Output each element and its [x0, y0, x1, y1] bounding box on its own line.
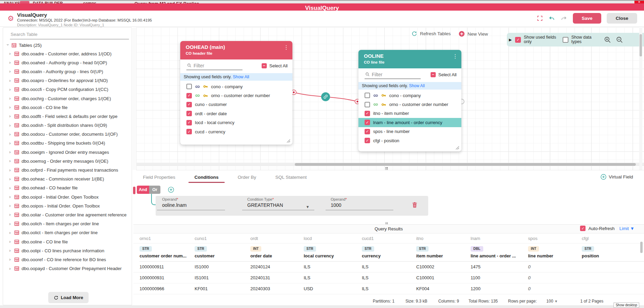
- tables-tree-root[interactable]: › Tables (25): [3, 39, 132, 49]
- chevron-right-icon[interactable]: ›: [9, 257, 12, 262]
- table-list-item[interactable]: ›dbo.ooadre - Customer order, address 1/…: [3, 49, 132, 58]
- checked-checkbox-icon[interactable]: ✓: [186, 102, 192, 107]
- table-list-item[interactable]: ›dbo.ooline - CO line file: [3, 237, 132, 246]
- select-all-control[interactable]: − Select All: [431, 72, 457, 77]
- save-button[interactable]: Save: [573, 13, 602, 24]
- show-all-link[interactable]: Show All: [409, 83, 425, 88]
- virtual-field-button[interactable]: Virtual Field: [601, 174, 633, 180]
- table-list-item[interactable]: ›dbo.oolipi - CO lines purchase informat…: [3, 246, 132, 255]
- zoom-in-icon[interactable]: [604, 36, 611, 43]
- column-name[interactable]: cuno1: [195, 233, 250, 243]
- chevron-right-icon[interactable]: ›: [9, 195, 12, 199]
- chevron-right-icon[interactable]: ›: [9, 150, 12, 155]
- chevron-right-icon[interactable]: ›: [9, 69, 12, 74]
- unchecked-checkbox-icon[interactable]: [186, 84, 192, 89]
- table-list-item[interactable]: ›dbo.ooccfi - Copy PCM configuration 1/(…: [3, 85, 132, 94]
- field-row[interactable]: ✓ordt - order date: [180, 109, 292, 118]
- column-name[interactable]: itno: [416, 233, 471, 243]
- chevron-right-icon[interactable]: ›: [9, 230, 12, 235]
- field-row[interactable]: ✓lnam - line amount - order currency: [358, 118, 461, 127]
- canvas-vscroll-thumb[interactable]: [640, 34, 642, 56]
- load-more-button[interactable]: Load More: [48, 292, 89, 303]
- chevron-right-icon[interactable]: ›: [9, 105, 12, 110]
- kebab-menu-icon[interactable]: ⋮: [284, 44, 289, 51]
- resize-handle-icon[interactable]: [456, 146, 459, 150]
- chevron-right-icon[interactable]: ›: [9, 186, 12, 190]
- chevron-right-icon[interactable]: ›: [9, 168, 12, 173]
- show-used-fields-checkbox[interactable]: ✓ Show used fields only: [515, 35, 559, 44]
- resize-handle-icon[interactable]: [287, 139, 290, 143]
- select-all-control[interactable]: − Select All: [262, 63, 288, 68]
- zoom-out-icon[interactable]: [616, 36, 623, 43]
- operand2-field[interactable]: Operand* 1000: [326, 197, 393, 210]
- chevron-right-icon[interactable]: ›: [9, 141, 12, 146]
- close-button[interactable]: Close: [607, 13, 637, 24]
- and-button[interactable]: And: [137, 186, 149, 194]
- table-list-item[interactable]: ›dbo.oopayd - Customer Order Prepayment …: [3, 264, 132, 273]
- chevron-right-icon[interactable]: ›: [9, 248, 12, 253]
- delete-condition-icon[interactable]: [412, 202, 418, 208]
- new-view-button[interactable]: New View: [459, 31, 488, 37]
- checked-checkbox-icon[interactable]: ✓: [365, 120, 370, 125]
- table-list-item[interactable]: ›dbo.ooipos - Initial Order. Open Toolbo…: [3, 201, 132, 210]
- checked-checkbox-icon[interactable]: ✓: [186, 120, 192, 125]
- field-row[interactable]: ✓cuno - customer: [180, 100, 292, 109]
- tab-field-properties[interactable]: Field Properties: [142, 175, 177, 180]
- column-name[interactable]: locd: [304, 233, 362, 243]
- field-row[interactable]: ✓orno - customer order number: [180, 91, 292, 100]
- show-data-types-checkbox[interactable]: Show data types: [563, 35, 598, 44]
- chevron-right-icon[interactable]: ›: [9, 132, 12, 137]
- limit-dropdown[interactable]: Limit ▼: [619, 226, 634, 231]
- field-row[interactable]: ✓cfgl - position: [358, 136, 461, 145]
- chevron-right-icon[interactable]: ›: [9, 203, 12, 208]
- result-row[interactable]: 1000000966KF00120240303USDILSKF00412000: [133, 283, 644, 294]
- sidebar-scrollbar[interactable]: [133, 27, 136, 170]
- table-list-item[interactable]: ›dbo.oolict - Item charges per order lin…: [3, 228, 132, 237]
- chevron-right-icon[interactable]: ›: [9, 78, 12, 83]
- table-list-item[interactable]: ›dbo.oooref - CO line reference for BO l…: [3, 255, 132, 264]
- table-list-item[interactable]: ›dbo.oodflt - Field select & defaults pe…: [3, 112, 132, 121]
- chevron-right-icon[interactable]: ›: [9, 239, 12, 244]
- field-row[interactable]: orno - customer order number: [358, 100, 461, 109]
- field-row[interactable]: ✓locd - local currency: [180, 118, 292, 127]
- field-row[interactable]: cono - company: [358, 91, 461, 100]
- gear-icon[interactable]: ⚙: [8, 14, 14, 23]
- table-list-item[interactable]: ›dbo.ooeigm - Ignored Order entry messag…: [3, 148, 132, 157]
- tab-order-by[interactable]: Order By: [236, 175, 258, 180]
- field-filter-input[interactable]: Filter: [186, 62, 242, 70]
- chevron-right-icon[interactable]: ›: [9, 177, 12, 182]
- checked-checkbox-icon[interactable]: ✓: [365, 111, 370, 116]
- results-scrollbar[interactable]: [640, 235, 643, 290]
- unchecked-checkbox-icon[interactable]: [365, 102, 370, 107]
- or-button[interactable]: Or: [149, 186, 160, 194]
- column-name[interactable]: orno1: [140, 233, 195, 243]
- column-name[interactable]: cfgl: [582, 233, 644, 243]
- chevron-right-icon[interactable]: ›: [9, 60, 12, 65]
- collapse-panel-icon[interactable]: ▶: [509, 38, 512, 42]
- chevron-right-icon[interactable]: ›: [9, 87, 12, 92]
- redo-icon[interactable]: [561, 16, 567, 21]
- canvas-vertical-scrollbar[interactable]: [639, 27, 642, 170]
- field-filter-input[interactable]: Filter: [365, 70, 421, 79]
- table-list-item[interactable]: ›dbo.ooahed - Authority group - head 0/(…: [3, 58, 132, 67]
- table-list-item[interactable]: ›dbo.oodocu - Customer order, documents …: [3, 130, 132, 139]
- chevron-right-icon[interactable]: ›: [9, 123, 12, 128]
- column-name[interactable]: cucd1: [362, 233, 416, 243]
- tab-conditions[interactable]: Conditions: [193, 175, 220, 180]
- table-list-item[interactable]: ›dbo.ooliar - Customer order line agreem…: [3, 210, 132, 219]
- column-name[interactable]: lnam: [471, 233, 528, 243]
- condition-type-select[interactable]: Condition Type* GREATERTHAN ▼: [242, 197, 314, 210]
- canvas-hscroll-thumb[interactable]: [295, 163, 636, 166]
- table-card-ooline[interactable]: OOLINE CO line file ⋮ Filter − Select Al…: [358, 50, 461, 151]
- table-card-oohead[interactable]: OOHEAD (main) CO header file ⋮ Filter − …: [180, 41, 292, 145]
- operand1-field[interactable]: Operand* ooline.lnam: [157, 197, 225, 210]
- column-name[interactable]: ordt: [250, 233, 304, 243]
- table-list-item[interactable]: ›dbo.oodish - Split distribution shares …: [3, 121, 132, 130]
- column-name[interactable]: spos: [528, 233, 582, 243]
- unchecked-checkbox-icon[interactable]: [365, 93, 370, 98]
- chevron-right-icon[interactable]: ›: [9, 96, 12, 101]
- field-row[interactable]: cono - company: [180, 82, 292, 91]
- results-scrollbar-thumb[interactable]: [640, 242, 643, 253]
- table-list-item[interactable]: ›dbo.ooipol - Initial Order. Open Toolbo…: [3, 192, 132, 201]
- table-list-item[interactable]: ›dbo.ooheac - Commission receiver 1/(BE): [3, 175, 132, 184]
